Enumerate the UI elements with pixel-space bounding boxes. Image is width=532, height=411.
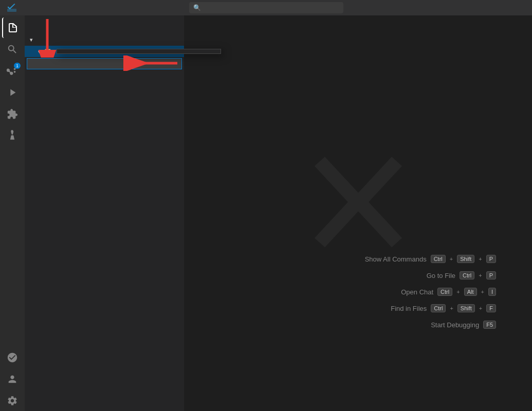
activity-explorer[interactable]	[2, 17, 23, 38]
sidebar-more-button[interactable]	[168, 20, 178, 30]
shortcut-label-debug: Start Debugging	[417, 321, 479, 329]
activity-extensions[interactable]	[2, 104, 23, 124]
shortcut-show-commands: Show All Commands Ctrl + Shift + P	[365, 255, 496, 263]
activity-run[interactable]	[2, 82, 23, 103]
root-arrow: ▾	[27, 35, 35, 44]
sidebar-header	[25, 15, 184, 33]
shortcuts-panel: Show All Commands Ctrl + Shift + P Go to…	[365, 255, 517, 329]
root-folder[interactable]: ▾	[25, 33, 184, 46]
kbd-alt-3: Alt	[464, 288, 477, 296]
kbd-ctrl-1: Ctrl	[431, 255, 446, 263]
sidebar: ▾ ▾ 📁	[25, 15, 184, 411]
kbd-shift-1: Shift	[457, 255, 474, 263]
file-tree	[25, 70, 184, 411]
activity-remote[interactable]	[2, 347, 23, 368]
forward-button[interactable]	[37, 2, 49, 14]
activity-accounts[interactable]	[2, 369, 23, 389]
kbd-p-1: P	[486, 255, 496, 263]
activity-bar: 1	[0, 15, 25, 411]
source-control-badge: 1	[14, 63, 21, 69]
shortcut-open-chat: Open Chat Ctrl + Alt + I	[372, 288, 496, 296]
shortcut-label-find: Find in Files	[365, 305, 427, 312]
shortcut-find-files: Find in Files Ctrl + Shift + F	[365, 304, 496, 312]
activity-settings[interactable]	[2, 390, 23, 411]
shortcut-go-file: Go to File Ctrl + P	[394, 271, 496, 279]
shortcut-label-go: Go to File	[394, 272, 455, 279]
context-menu	[57, 49, 221, 54]
sidebar-actions	[168, 20, 178, 30]
shortcut-label-show: Show All Commands	[365, 255, 427, 263]
vscode-arrow: ▾	[35, 47, 43, 55]
kbd-ctrl-4: Ctrl	[431, 304, 446, 312]
app-icon	[4, 0, 20, 15]
editor-logo	[307, 151, 410, 255]
new-file-input-field[interactable]	[29, 60, 179, 68]
new-file-input[interactable]	[27, 58, 182, 69]
title-bar: 🔍	[0, 0, 532, 15]
kbd-ctrl-2: Ctrl	[460, 271, 474, 279]
title-search[interactable]: 🔍	[189, 2, 343, 13]
menu-bar	[4, 0, 50, 15]
kbd-f-4: F	[486, 304, 496, 312]
folder-icon: 📁	[43, 47, 51, 55]
kbd-i-3: I	[488, 288, 496, 296]
main-container: 1	[0, 15, 532, 411]
shortcut-label-chat: Open Chat	[372, 288, 433, 296]
editor-area: Show All Commands Ctrl + Shift + P Go to…	[184, 15, 532, 411]
nav-buttons	[23, 2, 49, 14]
activity-test[interactable]	[2, 125, 23, 146]
kbd-ctrl-3: Ctrl	[437, 288, 452, 296]
back-button[interactable]	[23, 2, 35, 14]
kbd-f5: F5	[483, 321, 496, 329]
kbd-shift-4: Shift	[457, 304, 475, 312]
svg-rect-0	[7, 9, 16, 12]
search-icon: 🔍	[193, 4, 201, 11]
shortcut-debug: Start Debugging F5	[417, 321, 496, 329]
activity-search[interactable]	[2, 39, 23, 60]
activity-source-control[interactable]: 1	[2, 61, 23, 81]
kbd-p-2: P	[486, 271, 496, 279]
